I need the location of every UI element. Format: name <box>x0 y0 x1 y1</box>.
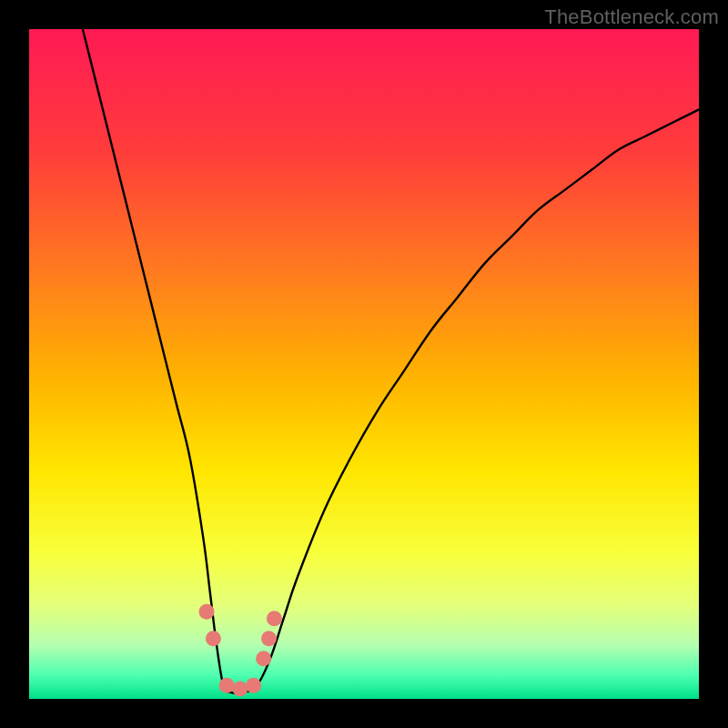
marker-dot <box>246 678 261 693</box>
gradient-background <box>29 29 699 699</box>
marker-dot <box>199 604 215 620</box>
chart-canvas <box>29 29 699 699</box>
marker-dot <box>261 631 277 646</box>
marker-dot <box>206 631 221 646</box>
marker-dot <box>256 651 271 666</box>
watermark-text: TheBottleneck.com <box>544 5 719 29</box>
marker-dot <box>232 681 248 696</box>
marker-dot <box>219 678 235 693</box>
marker-dot <box>267 611 282 626</box>
outer-frame: TheBottleneck.com <box>0 0 728 728</box>
